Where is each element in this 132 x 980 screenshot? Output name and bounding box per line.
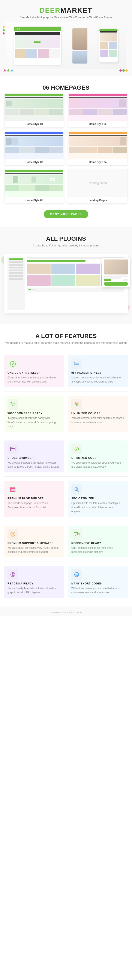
hero-figure-1 <box>72 28 87 49</box>
svg-point-11 <box>11 447 12 448</box>
footer-area: © DeerMarket WordPress Theme <box>0 606 132 616</box>
sidebar-item-3 <box>9 264 23 266</box>
click-icon <box>10 361 16 367</box>
hp-figure-5a <box>13 176 18 183</box>
features-divider-3 <box>4 476 128 477</box>
hp-prod-1d <box>49 109 63 115</box>
sidebar-item-6 <box>9 272 23 274</box>
feature-premium-support: PREMIUM SUPPORT & UPDATES We care about … <box>4 526 64 557</box>
svg-point-4 <box>12 406 13 406</box>
pag-dot-1 <box>32 289 33 290</box>
plugins-title: ALL PLUGINS <box>4 235 128 242</box>
homepage-preview-3 <box>5 131 64 159</box>
homepage-item-2[interactable]: Home Style 02 <box>68 93 128 127</box>
feature-icon-12 <box>71 569 82 580</box>
svg-point-31 <box>13 574 13 575</box>
homepage-item-5[interactable]: SALE Home Style 05 <box>4 169 64 204</box>
feature-name-8: SEO OPTIMIZED <box>71 497 94 500</box>
hero-figures <box>72 28 87 64</box>
float-price <box>104 279 111 281</box>
feature-name-3: WOOCOMMERCE READY <box>8 412 43 415</box>
feature-icon-3 <box>8 399 18 410</box>
plugins-mockup <box>4 253 128 313</box>
feature-name-1: ONE CLICK INSTALLER <box>8 371 41 374</box>
feature-desc-6: We optimized template for speed. Our cod… <box>71 461 124 469</box>
coming-soon-box: Coming Soon <box>68 169 127 197</box>
mock-products <box>15 49 60 59</box>
feature-premium-page-builder: PREMIUM PAGE BUILDER The worlds best pag… <box>4 481 64 517</box>
deco-diamond-yellow <box>125 69 128 72</box>
plugins-description: Create Beautiful things width already In… <box>4 244 128 247</box>
float-price-row <box>104 279 128 281</box>
hero-title-market: MARKET <box>60 6 92 14</box>
browser-icon <box>10 446 16 452</box>
phone-products <box>100 42 117 57</box>
phone-mockup <box>99 29 118 63</box>
phone-screen <box>99 29 118 63</box>
colors-icon <box>74 401 80 407</box>
plugins-mockup-container <box>4 251 128 315</box>
svg-point-0 <box>10 361 15 366</box>
plugin-prod-6 <box>52 275 75 286</box>
mock-hero-image: SALE <box>15 35 60 48</box>
hp-prod-3d <box>49 147 63 153</box>
feature-name-9: PREMIUM SUPPORT & UPDATES <box>8 542 53 545</box>
feature-name-12: MANY SHORT CODES <box>71 582 102 585</box>
sidebar-item-2 <box>9 261 23 263</box>
plugin-prod-2 <box>52 264 75 274</box>
homepage-preview-4 <box>68 131 127 159</box>
feature-header-styles: 05+ HEADER STYLES Modern header types in… <box>68 355 128 387</box>
hp-prod-2d <box>113 109 127 115</box>
hp-products-5 <box>5 185 63 191</box>
hp-nav-3 <box>5 135 63 136</box>
retina-icon <box>10 572 16 578</box>
feature-desc-8: Optimized with the latest web technologi… <box>71 501 124 514</box>
float-add-to-cart-btn[interactable] <box>104 282 128 286</box>
hp-product-thumb <box>6 101 11 106</box>
hp-hero-img-3 <box>5 137 63 146</box>
homepage-item-4[interactable]: Home Style 04 <box>68 131 128 165</box>
plugins-sidebar <box>8 257 25 310</box>
svg-point-8 <box>76 404 78 406</box>
svg-line-20 <box>77 490 79 492</box>
divider-1 <box>8 350 124 350</box>
header-icon <box>74 361 80 367</box>
dot-3 <box>19 29 20 30</box>
homepage-label-3: Home Style 03 <box>5 159 64 165</box>
phone-hero <box>100 33 117 41</box>
more-pages-button[interactable]: MANY MORE PAGES <box>44 210 89 218</box>
feature-icon-5 <box>8 444 18 454</box>
features-divider-2 <box>4 436 128 436</box>
feature-name-5: CROSS-BROWSER <box>8 457 34 460</box>
feature-short-codes: MANY SHORT CODES We've took care of you … <box>68 566 128 598</box>
mock-product-4 <box>49 49 60 59</box>
deco-arrows-left <box>3 25 5 35</box>
plugin-prod-5 <box>27 275 51 286</box>
hp-bar-4 <box>69 132 127 134</box>
hp-prod-4c <box>98 147 112 153</box>
svg-point-5 <box>14 406 14 406</box>
cart-icon <box>10 401 16 407</box>
hp-prod-1c <box>34 109 49 115</box>
hp-figure-3a <box>6 138 11 145</box>
sidebar-item-8 <box>9 278 23 280</box>
hp-figure-3b <box>13 138 18 145</box>
hp-figure-4 <box>121 137 126 145</box>
feature-icon-6 <box>71 444 82 454</box>
svg-rect-25 <box>74 533 77 535</box>
hp-bar-1 <box>5 94 63 96</box>
pag-dot-active <box>29 289 31 290</box>
hp-nav-2 <box>69 97 127 98</box>
homepage-item-3[interactable]: Home Style 03 <box>4 131 64 165</box>
homepage-item-1[interactable]: Home Style 01 <box>4 93 64 127</box>
hero-section: DEERMARKET DeerMarket – Multipurpose Res… <box>0 0 132 76</box>
sale-badge: SALE <box>34 41 40 43</box>
hp-products-4 <box>69 147 127 153</box>
hp-prod-5c <box>34 185 49 191</box>
hp-products-3 <box>5 147 63 153</box>
features-divider-1 <box>4 391 128 391</box>
hp-prod-5d <box>49 185 63 191</box>
hero-subtitle: DeerMarket – Multipurpose Responsive Woo… <box>4 16 128 19</box>
homepage-item-6[interactable]: Coming Soon Landing Pages <box>68 169 128 204</box>
hero-figure-2 <box>72 51 87 64</box>
